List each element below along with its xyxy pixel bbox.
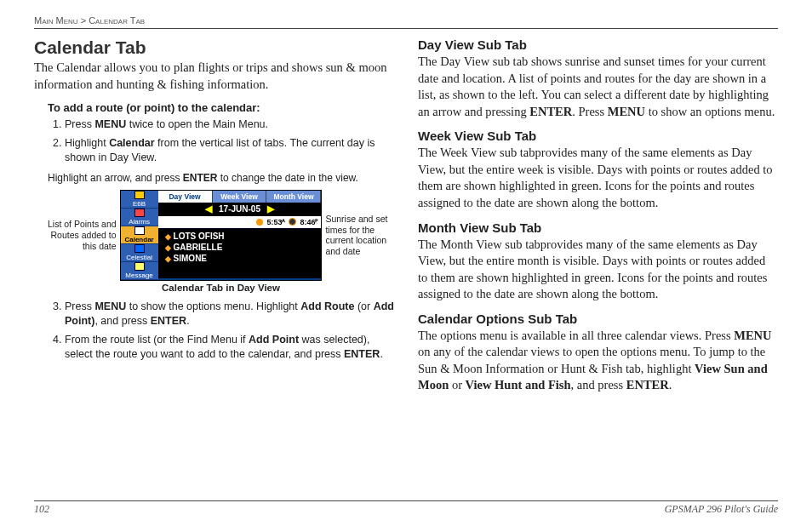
key-enter: ENTER xyxy=(183,172,218,184)
page-number: 102 xyxy=(34,503,49,516)
tab-month: Month View xyxy=(266,191,321,203)
prev-arrow-icon: ◀ xyxy=(205,203,212,214)
para-week: The Week View sub tabprovides many of th… xyxy=(418,145,778,211)
device-date-bar: ◀ 17-JUN-05 ▶ xyxy=(158,203,322,216)
step-3: Press MENU to show the options menu. Hig… xyxy=(65,300,394,329)
nav-alarms: Alarms xyxy=(121,209,158,226)
para-options: The options menu is available in all thr… xyxy=(418,328,778,394)
heading-options: Calendar Options Sub Tab xyxy=(418,312,778,326)
tab-day: Day View xyxy=(158,191,213,203)
nav-e6b: E6B xyxy=(121,191,158,209)
nav-calendar: Calendar xyxy=(121,226,158,244)
page-title: Calendar Tab xyxy=(34,37,394,58)
heading-day: Day View Sub Tab xyxy=(418,37,778,52)
task-heading: To add a route (or point) to the calenda… xyxy=(48,101,394,114)
figure-caption: Calendar Tab in Day View xyxy=(48,283,394,293)
next-arrow-icon: ▶ xyxy=(267,203,274,214)
sunset-time: 8:46ᴾ xyxy=(300,218,317,226)
sunrise-time: 5:53ᴬ xyxy=(266,218,285,226)
crumb-main: Main Menu xyxy=(34,15,78,26)
crumb-page: Calendar Tab xyxy=(89,15,145,26)
step-2: Highlight Calendar from the vertical lis… xyxy=(65,136,394,166)
key-calendar: Calendar xyxy=(109,137,155,149)
intro-text: The Calendar allows you to plan flights … xyxy=(34,60,394,93)
device-nav: E6B Alarms Calendar Celestial Message xyxy=(121,191,158,280)
key-menu: MENU xyxy=(94,118,126,130)
breadcrumb: Main Menu > Calendar Tab xyxy=(34,15,778,29)
callout-left: List of Points and Routes added to this … xyxy=(48,219,117,251)
step-1: Press MENU twice to open the Main Menu. xyxy=(65,117,394,133)
page-footer: 102 GPSMAP 296 Pilot's Guide xyxy=(34,500,778,516)
list-item: SIMONE xyxy=(162,253,318,264)
para-month: The Month View sub tabprovides many of t… xyxy=(418,237,778,303)
hint-text: Highlight an arrow, and press ENTER to c… xyxy=(48,171,394,185)
para-day: The Day View sub tab shows sunrise and s… xyxy=(418,54,778,120)
nav-message: Message xyxy=(121,262,158,280)
step-4: From the route list (or the Find Menu if… xyxy=(65,333,394,363)
device-date: 17-JUN-05 xyxy=(219,204,260,214)
callout-right: Sunrise and set times for the current lo… xyxy=(325,214,394,256)
device-route-list: LOTS OFISH GABRIELLE SIMONE xyxy=(158,229,322,278)
heading-week: Week View Sub Tab xyxy=(418,129,778,143)
guide-title: GPSMAP 296 Pilot's Guide xyxy=(665,503,778,516)
device-tabs: Day View Week View Month View xyxy=(158,191,322,203)
device-sun-row: 5:53ᴬ 8:46ᴾ xyxy=(158,216,322,229)
sunrise-icon xyxy=(256,219,263,226)
list-item: LOTS OFISH xyxy=(162,231,318,242)
heading-month: Month View Sub Tab xyxy=(418,220,778,235)
sunset-icon xyxy=(289,218,296,226)
device-screenshot: E6B Alarms Calendar Celestial Message Da… xyxy=(120,190,323,281)
nav-celestial: Celestial xyxy=(121,244,158,262)
list-item: GABRIELLE xyxy=(162,242,318,253)
figure-group: List of Points and Routes added to this … xyxy=(48,190,394,281)
tab-week: Week View xyxy=(213,191,267,203)
